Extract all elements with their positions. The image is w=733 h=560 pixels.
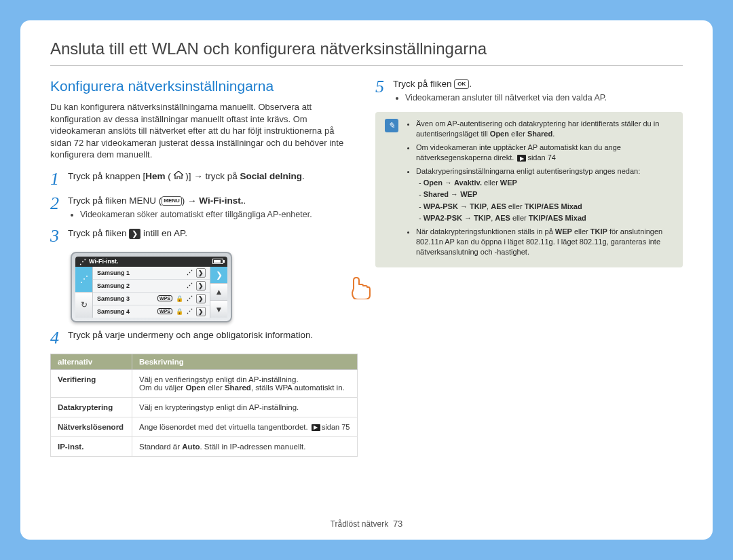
- finger-pointer-icon: [350, 272, 373, 299]
- table-header-option: alternativ: [51, 354, 132, 369]
- step-2-bullet: Videokameran söker automatiskt efter til…: [80, 209, 358, 221]
- table-row: NätverkslösenordAnge lösenordet med det …: [51, 417, 358, 436]
- page-ref-icon: ▶: [517, 155, 526, 162]
- scroll-down-button[interactable]: ▼: [210, 301, 227, 317]
- option-desc: Välj en krypteringstyp enligt din AP-ins…: [132, 397, 358, 417]
- signal-icon: ⋰: [187, 295, 193, 302]
- refresh-side-icon[interactable]: ↻: [75, 293, 92, 318]
- step-number: 4: [50, 329, 61, 347]
- ap-row[interactable]: Samsung 4WPS🔒⋰❯: [93, 305, 210, 318]
- device-title: Wi-Fi-inst.: [89, 258, 118, 265]
- ap-chevron-icon[interactable]: ❯: [196, 281, 206, 291]
- device-mockup: ⋰ Wi-Fi-inst. ⋰ ↻ Samsung 1⋰❯Samsung 2⋰❯…: [71, 252, 358, 322]
- ap-name: Samsung 1: [97, 269, 183, 276]
- step-4: 4 Tryck på varje undermeny och ange obli…: [50, 329, 358, 347]
- step-number: 5: [375, 78, 386, 104]
- option-name: IP-inst.: [51, 436, 132, 456]
- options-table: alternativ Beskrivning VerifieringVälj e…: [50, 354, 358, 457]
- step-3: 3 Tryck på fliken ❯ intill en AP.: [50, 227, 358, 245]
- ok-badge-icon: OK: [454, 79, 469, 89]
- step-number: 2: [50, 195, 61, 221]
- ap-row[interactable]: Samsung 3WPS🔒⋰❯: [93, 293, 210, 305]
- device-left-sidebar: ⋰ ↻: [75, 267, 93, 318]
- step-1: 1 Tryck på knappen [Hem ( )] → tryck på …: [50, 170, 358, 188]
- ap-name: Samsung 4: [97, 308, 154, 315]
- footer-label: Trådlöst nätverk: [331, 519, 389, 529]
- device-header: ⋰ Wi-Fi-inst.: [75, 257, 227, 267]
- content-columns: Konfigurera nätverksinställningarna Du k…: [50, 78, 683, 457]
- option-desc: Ange lösenordet med det virtuella tangen…: [132, 417, 358, 436]
- device-right-sidebar: ❯ ▲ ▼: [210, 267, 227, 318]
- table-row: VerifieringVälj en verifieringstyp enlig…: [51, 369, 358, 397]
- intro-text: Du kan konfigurera nätverksinställningar…: [50, 101, 358, 161]
- ap-row[interactable]: Samsung 2⋰❯: [93, 280, 210, 293]
- ap-chevron-icon[interactable]: ❯: [196, 268, 206, 278]
- table-header-desc: Beskrivning: [132, 354, 358, 369]
- page-ref-icon: ▶: [312, 424, 320, 431]
- menu-badge-icon: MENU: [162, 196, 182, 206]
- ap-chevron-icon[interactable]: ❯: [196, 307, 206, 316]
- section-heading: Konfigurera nätverksinställningarna: [50, 78, 358, 94]
- option-name: Nätverkslösenord: [51, 417, 132, 436]
- note-list: Även om AP-autentisering och datakrypter…: [405, 119, 673, 261]
- signal-icon: ⋰: [187, 269, 193, 276]
- step-number: 3: [50, 227, 61, 245]
- scroll-up-button[interactable]: ▲: [210, 284, 227, 301]
- ap-select-button[interactable]: ❯: [210, 267, 227, 284]
- wps-badge: WPS: [157, 308, 172, 314]
- step-body: Tryck på knappen [Hem ( )] → tryck på So…: [68, 170, 358, 188]
- step-5: 5 Tryck på fliken OK. Videokameran anslu…: [375, 78, 683, 104]
- battery-icon: [212, 259, 223, 264]
- step-2: 2 Tryck på fliken MENU (MENU) → Wi-Fi-in…: [50, 195, 358, 221]
- option-desc: Välj en verifieringstyp enligt din AP-in…: [132, 369, 358, 397]
- left-column: Konfigurera nätverksinställningarna Du k…: [50, 78, 358, 457]
- ap-name: Samsung 3: [97, 295, 154, 302]
- wifi-side-icon[interactable]: ⋰: [75, 267, 92, 293]
- signal-icon: ⋰: [187, 282, 193, 289]
- ap-row[interactable]: Samsung 1⋰❯: [93, 267, 210, 280]
- ap-chevron-icon[interactable]: ❯: [196, 294, 206, 303]
- manual-page: Ansluta till ett WLAN och konfigurera nä…: [20, 20, 713, 540]
- step-5-bullet: Videokameran ansluter till nätverket via…: [405, 92, 683, 104]
- signal-icon: ⋰: [187, 308, 193, 315]
- option-name: Datakryptering: [51, 397, 132, 417]
- page-footer: Trådlöst nätverk 73: [20, 519, 713, 529]
- step-number: 1: [50, 170, 61, 188]
- right-column: 5 Tryck på fliken OK. Videokameran anslu…: [375, 78, 683, 457]
- lock-icon: 🔒: [176, 295, 183, 302]
- lock-icon: 🔒: [176, 308, 183, 315]
- right-arrow-icon: ❯: [129, 229, 140, 239]
- option-name: Verifiering: [51, 369, 132, 397]
- table-row: DatakrypteringVälj en krypteringstyp enl…: [51, 397, 358, 417]
- ap-name: Samsung 2: [97, 282, 183, 289]
- option-desc: Standard är Auto. Ställ in IP-adressen m…: [132, 436, 358, 456]
- page-title: Ansluta till ett WLAN och konfigurera nä…: [50, 39, 683, 66]
- note-icon: ✎: [385, 119, 398, 132]
- wifi-icon: ⋰: [79, 258, 86, 265]
- note-box: ✎ Även om AP-autentisering och datakrypt…: [375, 112, 683, 267]
- ap-list: Samsung 1⋰❯Samsung 2⋰❯Samsung 3WPS🔒⋰❯Sam…: [93, 267, 210, 318]
- home-icon: [174, 170, 183, 183]
- wps-badge: WPS: [157, 295, 172, 301]
- table-row: IP-inst.Standard är Auto. Ställ in IP-ad…: [51, 436, 358, 456]
- page-number: 73: [393, 519, 402, 529]
